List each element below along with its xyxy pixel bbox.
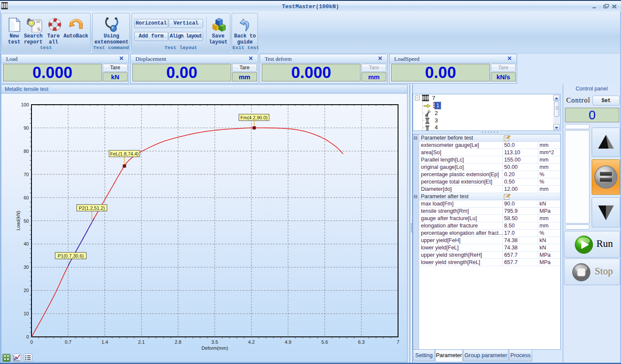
svg-text:Load(kN): Load(kN) xyxy=(16,211,21,230)
svg-text:0: 0 xyxy=(30,339,33,345)
svg-text:P1(0.7,30.6): P1(0.7,30.6) xyxy=(58,253,84,258)
svg-text:0: 0 xyxy=(26,334,29,339)
svg-text:4.9: 4.9 xyxy=(285,339,291,345)
svg-text:5.6: 5.6 xyxy=(321,339,328,345)
svg-text:90: 90 xyxy=(24,125,29,131)
svg-text:2.8: 2.8 xyxy=(175,339,181,345)
svg-text:Fm(4.2,90.0): Fm(4.2,90.0) xyxy=(241,115,268,120)
svg-text:80: 80 xyxy=(24,149,29,154)
svg-text:10: 10 xyxy=(24,311,29,316)
svg-text:1.4: 1.4 xyxy=(101,339,108,345)
svg-text:0.7: 0.7 xyxy=(65,339,71,345)
svg-text:FeL(1.8,74.4): FeL(1.8,74.4) xyxy=(110,151,138,156)
svg-text:40: 40 xyxy=(24,241,29,246)
svg-text:70: 70 xyxy=(24,172,29,177)
svg-text:7: 7 xyxy=(397,339,399,345)
svg-text:60: 60 xyxy=(24,195,29,200)
svg-text:2.1: 2.1 xyxy=(138,339,144,345)
svg-text:50: 50 xyxy=(24,218,29,224)
svg-text:6.3: 6.3 xyxy=(358,339,364,345)
svg-text:30: 30 xyxy=(24,264,29,270)
svg-text:3.5: 3.5 xyxy=(211,339,218,345)
svg-text:Deform(mm): Deform(mm) xyxy=(201,345,228,351)
svg-text:20: 20 xyxy=(24,288,29,293)
svg-text:P2(1.2,51.2): P2(1.2,51.2) xyxy=(79,205,105,211)
svg-text:4.2: 4.2 xyxy=(248,339,254,345)
svg-text:100: 100 xyxy=(21,102,29,107)
